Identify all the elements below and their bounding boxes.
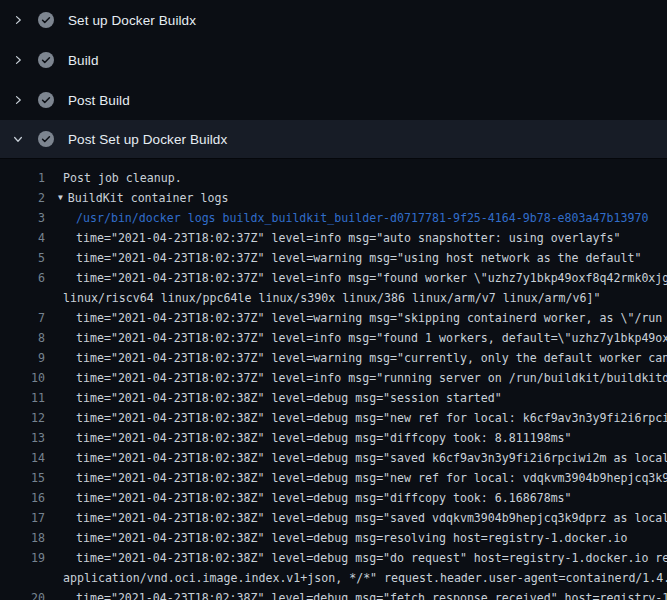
log-line-text: time="2021-04-23T18:02:38Z" level=debug … — [76, 448, 667, 468]
log-line-text: time="2021-04-23T18:02:38Z" level=debug … — [76, 388, 502, 408]
log-line: 7time="2021-04-23T18:02:37Z" level=warni… — [0, 308, 667, 328]
log-line-number[interactable]: 7 — [0, 308, 45, 328]
check-circle-icon — [38, 12, 54, 28]
log-line-number[interactable]: 12 — [0, 408, 45, 428]
log-line-text: time="2021-04-23T18:02:38Z" level=debug … — [76, 408, 667, 428]
log-line: 18time="2021-04-23T18:02:38Z" level=debu… — [0, 528, 667, 548]
log-line: 14time="2021-04-23T18:02:38Z" level=debu… — [0, 448, 667, 468]
log-line-text: time="2021-04-23T18:02:38Z" level=debug … — [76, 488, 572, 508]
log-line-number[interactable]: 14 — [0, 448, 45, 468]
log-line: 15time="2021-04-23T18:02:38Z" level=debu… — [0, 468, 667, 488]
log-line-number[interactable]: 1 — [0, 168, 45, 188]
log-line: 10time="2021-04-23T18:02:37Z" level=info… — [0, 368, 667, 388]
log-line-number[interactable]: 17 — [0, 508, 45, 528]
log-line: 6time="2021-04-23T18:02:37Z" level=info … — [0, 268, 667, 288]
log-line: 8time="2021-04-23T18:02:37Z" level=info … — [0, 328, 667, 348]
log-line-number[interactable]: 15 — [0, 468, 45, 488]
actions-log-viewer: Set up Docker Buildx Build Post Build — [0, 0, 667, 600]
log-line: 9time="2021-04-23T18:02:37Z" level=warni… — [0, 348, 667, 368]
log-line-number[interactable]: 19 — [0, 548, 45, 568]
log-group-label: BuildKit container logs — [68, 188, 229, 208]
log-line-text: time="2021-04-23T18:02:37Z" level=warnin… — [76, 348, 667, 368]
log-line-text: time="2021-04-23T18:02:38Z" level=debug … — [76, 588, 667, 600]
log-line: 12time="2021-04-23T18:02:38Z" level=debu… — [0, 408, 667, 428]
log-line-number[interactable]: 20 — [0, 588, 45, 600]
log-line: 1Post job cleanup. — [0, 168, 667, 188]
log-line-text: time="2021-04-23T18:02:38Z" level=debug … — [76, 548, 667, 568]
chevron-down-icon — [10, 131, 26, 147]
chevron-right-icon — [10, 92, 26, 108]
step-label: Set up Docker Buildx — [68, 13, 196, 28]
log-line: 13time="2021-04-23T18:02:38Z" level=debu… — [0, 428, 667, 448]
log-line-number[interactable]: 11 — [0, 388, 45, 408]
log-line-number[interactable]: 3 — [0, 208, 45, 228]
log-lines: 1Post job cleanup.2▼BuildKit container l… — [0, 160, 667, 600]
log-line-text: time="2021-04-23T18:02:37Z" level=info m… — [76, 228, 620, 248]
step-header-build[interactable]: Build — [0, 40, 667, 80]
log-line-number[interactable]: 4 — [0, 228, 45, 248]
log-line: 5time="2021-04-23T18:02:37Z" level=warni… — [0, 248, 667, 268]
log-line-number[interactable]: 8 — [0, 328, 45, 348]
log-line-number[interactable]: 9 — [0, 348, 45, 368]
log-line: 19time="2021-04-23T18:02:38Z" level=debu… — [0, 548, 667, 568]
log-line: 20time="2021-04-23T18:02:38Z" level=debu… — [0, 588, 667, 600]
log-line-text: time="2021-04-23T18:02:37Z" level=warnin… — [76, 308, 662, 328]
log-line-text: time="2021-04-23T18:02:37Z" level=warnin… — [76, 248, 641, 268]
log-line: 17time="2021-04-23T18:02:38Z" level=debu… — [0, 508, 667, 528]
log-line-number[interactable]: 6 — [0, 268, 45, 288]
check-circle-icon — [38, 92, 54, 108]
log-line-number[interactable]: 5 — [0, 248, 45, 268]
check-circle-icon — [38, 131, 54, 147]
log-line-text: time="2021-04-23T18:02:38Z" level=debug … — [76, 428, 572, 448]
log-line-number[interactable]: 10 — [0, 368, 45, 388]
step-label: Post Build — [68, 93, 130, 108]
log-line: 3/usr/bin/docker logs buildx_buildkit_bu… — [0, 208, 667, 228]
step-label: Build — [68, 53, 99, 68]
log-line: 11time="2021-04-23T18:02:38Z" level=debu… — [0, 388, 667, 408]
triangle-down-icon[interactable]: ▼ — [58, 188, 63, 208]
log-line-text: linux/riscv64 linux/ppc64le linux/s390x … — [63, 288, 600, 308]
log-line: 16time="2021-04-23T18:02:38Z" level=debu… — [0, 488, 667, 508]
chevron-right-icon — [10, 12, 26, 28]
log-line-number — [0, 288, 45, 308]
step-header-post-set-up-docker-buildx[interactable]: Post Set up Docker Buildx — [0, 120, 667, 159]
log-line-text: time="2021-04-23T18:02:37Z" level=info m… — [76, 328, 667, 348]
log-line-number[interactable]: 18 — [0, 528, 45, 548]
log-line-number[interactable]: 2 — [0, 188, 45, 208]
log-line-text: application/vnd.oci.image.index.v1+json,… — [63, 568, 667, 588]
step-header-set-up-docker-buildx[interactable]: Set up Docker Buildx — [0, 0, 667, 40]
log-line-text: time="2021-04-23T18:02:37Z" level=info m… — [76, 268, 667, 288]
chevron-right-icon — [10, 52, 26, 68]
log-line-number — [0, 568, 45, 588]
log-line: application/vnd.oci.image.index.v1+json,… — [0, 568, 667, 588]
log-line-text: time="2021-04-23T18:02:37Z" level=info m… — [76, 368, 667, 388]
log-command-text: /usr/bin/docker logs buildx_buildkit_bui… — [76, 208, 648, 228]
step-label: Post Set up Docker Buildx — [68, 132, 227, 147]
log-line: 2▼BuildKit container logs — [0, 188, 667, 208]
check-circle-icon — [38, 52, 54, 68]
log-line-text: time="2021-04-23T18:02:38Z" level=debug … — [76, 468, 667, 488]
log-line-number[interactable]: 13 — [0, 428, 45, 448]
log-line: 4time="2021-04-23T18:02:37Z" level=info … — [0, 228, 667, 248]
step-list: Set up Docker Buildx Build Post Build — [0, 0, 667, 159]
log-line-text: Post job cleanup. — [63, 168, 182, 188]
log-line-text: time="2021-04-23T18:02:38Z" level=debug … — [76, 508, 667, 528]
log-line-text: time="2021-04-23T18:02:38Z" level=debug … — [76, 528, 627, 548]
log-line: linux/riscv64 linux/ppc64le linux/s390x … — [0, 288, 667, 308]
step-header-post-build[interactable]: Post Build — [0, 80, 667, 120]
log-line-number[interactable]: 16 — [0, 488, 45, 508]
